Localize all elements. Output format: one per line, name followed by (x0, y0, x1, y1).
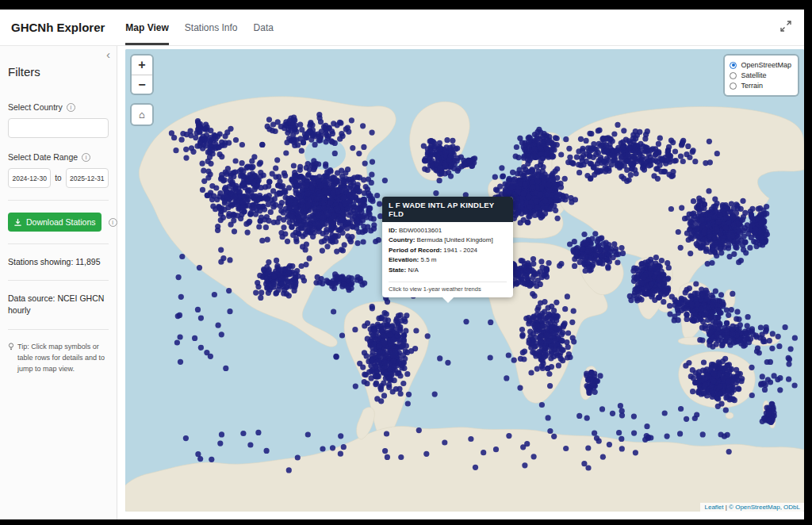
fullscreen-icon[interactable] (780, 21, 791, 35)
map-attribution: Leaflet | © OpenStreetMap, ODbL (700, 503, 804, 512)
layer-label: Satellite (741, 71, 766, 79)
popup-footer: Click to view 1-year weather trends (389, 282, 507, 297)
popup-row-period: Period of Record: 1941 - 2024 (389, 246, 507, 255)
stations-count: Stations showing: 11,895 (8, 256, 109, 268)
popup-row-state: State: N/A (389, 266, 507, 275)
download-info-icon[interactable]: i (109, 218, 117, 227)
popup-row-elevation: Elevation: 5.5 m (389, 255, 507, 265)
country-info-icon[interactable]: i (67, 103, 75, 112)
leaflet-link[interactable]: Leaflet (704, 504, 723, 511)
tab-stations-info[interactable]: Stations Info (185, 10, 238, 45)
layer-option-terrain[interactable]: Terrain (730, 81, 791, 90)
divider (8, 280, 109, 281)
download-row: Download Stations i (8, 213, 109, 232)
popup-body: ID: BDW00013601 Country: Bermuda [United… (382, 222, 513, 278)
tab-map-view[interactable]: Map View (125, 10, 168, 45)
app-header: GHCNh Explorer Map View Stations Info Da… (0, 10, 804, 46)
attribution-separator: | (726, 504, 727, 511)
divider (8, 329, 109, 330)
sidebar-collapse-icon[interactable]: ‹ (106, 48, 110, 61)
date-from-input[interactable]: 2024-12-30 (8, 168, 51, 188)
tip-text: Tip: Click map symbols or table rows for… (17, 342, 109, 375)
station-popup[interactable]: L F WADE INTL AP KINDLEY FLD ID: BDW0001… (382, 197, 513, 297)
tab-data[interactable]: Data (254, 10, 274, 45)
country-input[interactable] (8, 118, 109, 138)
radio-icon[interactable] (730, 72, 737, 79)
layer-option-openstreetmap[interactable]: OpenStreetMap (730, 60, 791, 70)
radio-icon[interactable] (730, 62, 737, 69)
select-country-text: Select Country (8, 102, 63, 112)
select-date-range-text: Select Date Range (8, 152, 78, 162)
download-label: Download Stations (26, 217, 96, 227)
date-to-word: to (54, 174, 62, 182)
main-content: + − ⌂ OpenStreetMap Satellite (117, 46, 804, 519)
popup-row-id: ID: BDW00013601 (389, 226, 507, 236)
layer-label: Terrain (741, 82, 763, 90)
divider (8, 200, 109, 201)
divider (8, 243, 109, 244)
lightbulb-icon (8, 343, 14, 351)
date-to-input[interactable]: 2025-12-31 (66, 168, 109, 188)
filters-sidebar: ‹ Filters Select Country i Select Date R… (0, 46, 117, 519)
map-canvas[interactable]: + − ⌂ OpenStreetMap Satellite (125, 49, 804, 512)
filters-heading: Filters (8, 65, 109, 79)
zoom-out-button[interactable]: − (132, 75, 152, 94)
popup-title: L F WADE INTL AP KINDLEY FLD (382, 197, 513, 222)
tip-note: Tip: Click map symbols or table rows for… (8, 342, 109, 375)
app-title: GHCNh Explorer (11, 21, 105, 34)
zoom-in-button[interactable]: + (132, 56, 152, 75)
layer-control: OpenStreetMap Satellite Terrain (725, 56, 798, 95)
date-range-row: 2024-12-30 to 2025-12-31 (8, 168, 109, 188)
select-date-range-label: Select Date Range i (8, 152, 109, 162)
select-country-label: Select Country i (8, 102, 109, 112)
date-info-icon[interactable]: i (82, 153, 90, 162)
zoom-control: + − (132, 56, 152, 94)
app-window: GHCNh Explorer Map View Stations Info Da… (0, 10, 804, 519)
radio-icon[interactable] (730, 82, 737, 90)
home-button[interactable]: ⌂ (132, 105, 152, 125)
layer-option-satellite[interactable]: Satellite (730, 71, 791, 80)
download-stations-button[interactable]: Download Stations (8, 213, 102, 232)
download-icon (13, 218, 22, 227)
data-source: Data source: NCEI GHCN hourly (8, 293, 109, 316)
layer-label: OpenStreetMap (741, 61, 791, 69)
osm-link[interactable]: © OpenStreetMap, ODbL (729, 504, 800, 511)
popup-row-country: Country: Bermuda [United Kingdom] (389, 236, 507, 245)
tab-bar: Map View Stations Info Data (125, 10, 274, 45)
